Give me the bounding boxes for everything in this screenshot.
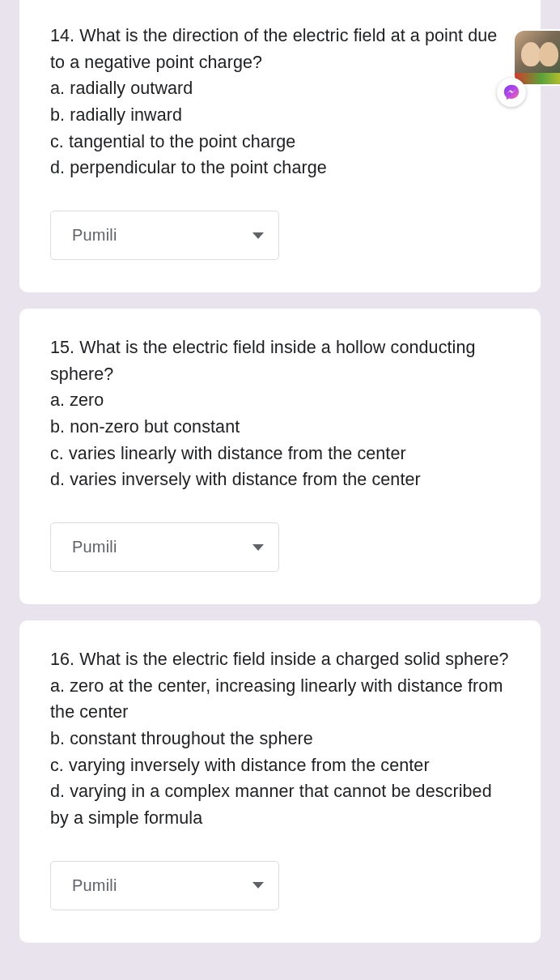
- question-text: 16. What is the electric field inside a …: [50, 646, 510, 832]
- answer-dropdown[interactable]: Pumili: [50, 211, 279, 260]
- chevron-down-icon: [252, 544, 264, 551]
- dropdown-label: Pumili: [72, 538, 117, 556]
- question-text: 15. What is the electric field inside a …: [50, 334, 510, 493]
- question-card-16: 16. What is the electric field inside a …: [19, 620, 541, 943]
- question-text: 14. What is the direction of the electri…: [50, 23, 510, 181]
- question-card-14: 14. What is the direction of the electri…: [19, 0, 541, 292]
- answer-dropdown[interactable]: Pumili: [50, 522, 279, 572]
- dropdown-label: Pumili: [72, 876, 117, 895]
- question-card-15: 15. What is the electric field inside a …: [19, 309, 541, 604]
- answer-dropdown[interactable]: Pumili: [50, 861, 279, 910]
- messenger-icon: [497, 78, 526, 107]
- dropdown-label: Pumili: [72, 226, 117, 245]
- messenger-chathead[interactable]: [505, 29, 560, 110]
- chathead-avatar: [513, 29, 560, 86]
- chevron-down-icon: [252, 232, 264, 239]
- chevron-down-icon: [252, 882, 264, 888]
